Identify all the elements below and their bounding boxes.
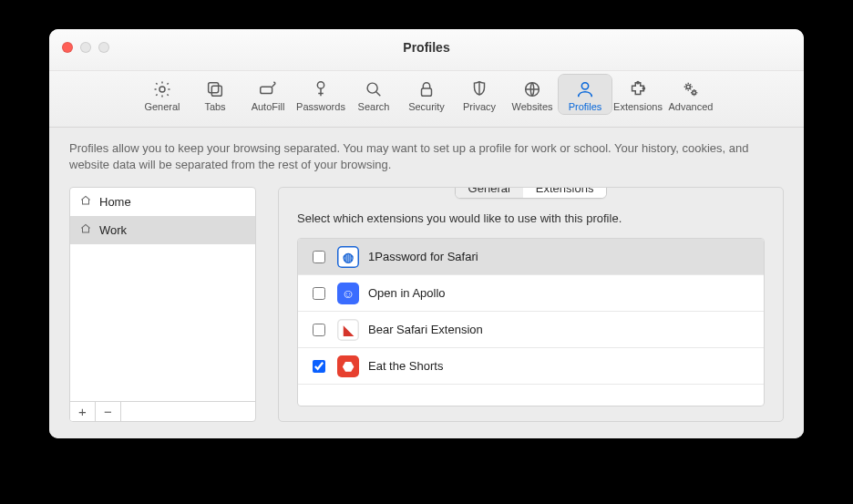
add-profile-button[interactable]: + bbox=[70, 402, 96, 421]
house-icon bbox=[79, 222, 92, 238]
profile-name: Work bbox=[99, 223, 127, 237]
websites-icon bbox=[522, 77, 542, 101]
extension-icon: ⬣ bbox=[337, 355, 359, 377]
extension-checkbox[interactable] bbox=[313, 287, 325, 300]
traffic-lights bbox=[62, 42, 109, 53]
svg-point-9 bbox=[637, 82, 639, 84]
extension-name: 1Password for Safari bbox=[368, 250, 478, 263]
segment-general[interactable]: General bbox=[456, 187, 523, 198]
profile-row-work[interactable]: Work bbox=[70, 216, 255, 244]
tab-profiles[interactable]: Profiles bbox=[559, 75, 611, 114]
svg-point-0 bbox=[159, 87, 165, 92]
profile-row-home[interactable]: Home bbox=[70, 188, 255, 216]
profiles-icon bbox=[575, 77, 595, 101]
tab-extensions[interactable]: Extensions bbox=[611, 75, 664, 114]
svg-rect-2 bbox=[211, 86, 221, 96]
profiles-list: HomeWork bbox=[70, 188, 255, 401]
content-area: Profiles allow you to keep your browsing… bbox=[49, 128, 804, 438]
advanced-icon bbox=[681, 77, 701, 101]
sidebar-actions: + − bbox=[70, 401, 255, 421]
privacy-icon bbox=[469, 77, 489, 101]
svg-point-5 bbox=[367, 83, 377, 93]
tab-search[interactable]: Search bbox=[347, 75, 400, 114]
close-button[interactable] bbox=[62, 42, 73, 53]
panel-hint: Select which extensions you would like t… bbox=[297, 211, 765, 225]
zoom-button[interactable] bbox=[98, 42, 109, 53]
tab-label: Security bbox=[408, 101, 445, 112]
extensions-list[interactable]: ◍1Password for Safari☺Open in Apollo◣Bea… bbox=[297, 238, 765, 406]
tab-passwords[interactable]: Passwords bbox=[294, 75, 347, 114]
tab-label: Websites bbox=[511, 101, 552, 112]
autofill-icon bbox=[258, 77, 278, 101]
tab-label: Tabs bbox=[204, 101, 225, 112]
tab-label: Extensions bbox=[613, 101, 663, 112]
svg-point-8 bbox=[581, 83, 588, 89]
svg-rect-1 bbox=[209, 83, 219, 93]
tabs-icon bbox=[205, 77, 225, 101]
profiles-sidebar: HomeWork + − bbox=[69, 187, 256, 422]
house-icon bbox=[79, 194, 92, 210]
tab-label: Search bbox=[358, 101, 390, 112]
svg-point-12 bbox=[693, 91, 696, 95]
preferences-toolbar: GeneralTabsAutoFillPasswordsSearchSecuri… bbox=[49, 71, 804, 128]
extension-checkbox[interactable] bbox=[313, 324, 325, 336]
search-icon bbox=[364, 77, 384, 101]
tab-label: Profiles bbox=[569, 101, 602, 112]
extension-icon: ◣ bbox=[337, 319, 359, 341]
minimize-button[interactable] bbox=[80, 42, 91, 53]
tab-security[interactable]: Security bbox=[400, 75, 453, 114]
extension-checkbox[interactable] bbox=[313, 360, 325, 373]
segment-extensions[interactable]: Extensions bbox=[523, 187, 607, 198]
profile-panel: GeneralExtensions Select which extension… bbox=[278, 187, 784, 422]
extension-checkbox[interactable] bbox=[313, 251, 325, 263]
extension-row[interactable]: ☺Open in Apollo bbox=[298, 275, 764, 312]
passwords-icon bbox=[311, 77, 331, 101]
extension-name: Open in Apollo bbox=[368, 286, 446, 300]
tab-websites[interactable]: Websites bbox=[506, 75, 559, 114]
extension-row[interactable]: ⬣Eat the Shorts bbox=[298, 348, 764, 385]
extension-name: Bear Safari Extension bbox=[368, 323, 483, 336]
extension-icon: ◍ bbox=[337, 246, 359, 268]
extension-row[interactable]: ◣Bear Safari Extension bbox=[298, 312, 764, 348]
tab-autofill[interactable]: AutoFill bbox=[242, 75, 294, 114]
extension-name: Eat the Shorts bbox=[368, 359, 443, 373]
svg-point-11 bbox=[686, 85, 690, 88]
security-icon bbox=[416, 77, 437, 101]
tab-tabs[interactable]: Tabs bbox=[189, 75, 242, 114]
tab-label: AutoFill bbox=[252, 101, 285, 112]
general-icon bbox=[152, 77, 172, 101]
remove-profile-button[interactable]: − bbox=[96, 402, 121, 421]
tab-privacy[interactable]: Privacy bbox=[453, 75, 506, 114]
tab-label: Passwords bbox=[296, 101, 345, 112]
window-title: Profiles bbox=[403, 40, 449, 55]
svg-rect-3 bbox=[261, 87, 272, 93]
profile-name: Home bbox=[99, 195, 131, 209]
extension-icon: ☺ bbox=[337, 283, 359, 304]
tab-label: Advanced bbox=[669, 101, 714, 112]
preferences-window: Profiles GeneralTabsAutoFillPasswordsSea… bbox=[49, 29, 804, 438]
svg-rect-6 bbox=[422, 88, 432, 96]
profiles-description: Profiles allow you to keep your browsing… bbox=[69, 140, 784, 172]
extension-row[interactable]: ◍1Password for Safari bbox=[298, 239, 764, 275]
svg-point-10 bbox=[642, 87, 644, 89]
extensions-icon bbox=[628, 77, 648, 101]
tab-label: General bbox=[144, 101, 180, 112]
svg-point-4 bbox=[317, 82, 324, 88]
segmented-control[interactable]: GeneralExtensions bbox=[455, 187, 608, 199]
tab-general[interactable]: General bbox=[136, 75, 189, 114]
tab-label: Privacy bbox=[463, 101, 496, 112]
tab-advanced[interactable]: Advanced bbox=[664, 75, 717, 114]
titlebar: Profiles bbox=[49, 29, 804, 71]
